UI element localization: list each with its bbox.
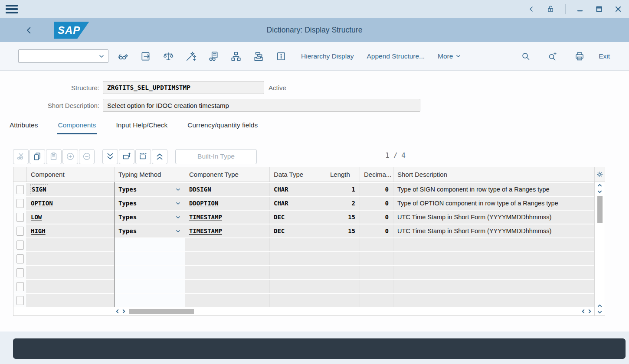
move-down-icon[interactable] [102, 149, 118, 164]
horizontal-scroll-track[interactable] [129, 309, 580, 314]
insert-line-button[interactable] [62, 149, 78, 164]
delete-line-button[interactable] [79, 149, 95, 164]
column-header-data-type[interactable]: Data Type [269, 167, 326, 182]
tab-attributes[interactable]: Attributes [9, 119, 39, 134]
table-empty-row [13, 265, 594, 279]
length-cell: 1 [326, 183, 360, 196]
move-up-icon[interactable] [152, 149, 167, 164]
component-link[interactable]: HIGH [31, 228, 46, 234]
row-select-cell [13, 252, 26, 265]
scroll-down-icon[interactable] [596, 188, 603, 195]
exit-button[interactable]: Exit [599, 52, 610, 60]
vertical-scroll-track[interactable] [597, 195, 603, 302]
component-type-cell: DDOPTION [185, 197, 269, 210]
row-checkbox[interactable] [16, 199, 24, 208]
vertical-scroll-thumb[interactable] [597, 196, 603, 223]
insert-row-button[interactable] [119, 149, 134, 164]
goto-object-icon[interactable] [138, 49, 154, 64]
component-link[interactable]: OPTION [31, 200, 53, 207]
column-header-short-description[interactable]: Short Description [393, 167, 594, 182]
component-cell: OPTION [26, 197, 114, 210]
tab-input-help-check[interactable]: Input Help/Check [115, 119, 168, 134]
runtime-object-icon[interactable] [251, 49, 266, 64]
where-used-icon[interactable] [206, 49, 221, 64]
short-description-field[interactable]: Select option for IDOC creation timestam… [103, 99, 420, 112]
append-structure-button[interactable]: Append Structure... [367, 52, 425, 60]
column-header-typing-method[interactable]: Typing Method [114, 167, 185, 182]
length-cell [326, 294, 360, 307]
scroll-up-icon[interactable] [596, 302, 603, 309]
component-link[interactable]: SIGN [31, 185, 47, 193]
search-next-icon[interactable] [545, 49, 560, 64]
component-link[interactable]: LOW [31, 214, 42, 221]
horizontal-scrollbar [13, 307, 594, 315]
print-icon[interactable] [572, 49, 587, 64]
tab-components[interactable]: Components [57, 119, 97, 134]
tab-currency-quantity-fields[interactable]: Currency/quantity fields [187, 119, 259, 134]
column-header-decimals[interactable]: Decima... [360, 167, 393, 182]
row-checkbox[interactable] [16, 227, 24, 236]
row-checkbox[interactable] [16, 240, 24, 250]
maximize-icon[interactable] [594, 4, 604, 14]
search-icon[interactable] [518, 49, 534, 64]
table-empty-row [13, 279, 594, 293]
scroll-up-icon[interactable] [596, 182, 603, 188]
scroll-down-icon[interactable] [596, 309, 603, 315]
built-in-type-button[interactable]: Built-In Type [175, 149, 257, 164]
component-type-link[interactable]: TIMESTAMP [189, 214, 222, 221]
row-checkbox[interactable] [16, 213, 24, 222]
column-header-component[interactable]: Component [26, 167, 114, 182]
check-consistency-icon[interactable] [161, 49, 176, 64]
back-icon[interactable] [527, 5, 536, 13]
short-description-cell [393, 294, 594, 307]
column-header-component-type[interactable]: Component Type [185, 167, 269, 182]
more-menu-button[interactable]: More [438, 52, 461, 60]
structure-field[interactable]: ZRGTITS_SEL_UPDTIMSTMP [103, 81, 264, 94]
table-empty-row [13, 293, 594, 307]
scroll-left-icon[interactable] [580, 308, 586, 315]
row-checkbox[interactable] [16, 268, 24, 277]
cut-button[interactable] [13, 149, 29, 164]
table-settings-gear-icon[interactable] [594, 167, 605, 182]
row-checkbox[interactable] [16, 185, 24, 194]
column-split-line[interactable] [114, 182, 115, 307]
titlebar-divider [565, 4, 566, 14]
row-checkbox[interactable] [16, 282, 24, 291]
typing-method-cell[interactable]: Types [114, 197, 185, 210]
component-type-cell: DDSIGN [185, 183, 269, 196]
typing-method-cell[interactable]: Types [114, 224, 185, 237]
component-type-cell [185, 252, 269, 265]
unlock-icon[interactable] [545, 4, 556, 14]
decimals-cell [360, 280, 393, 293]
copy-button[interactable] [29, 149, 45, 164]
short-description-cell: Type of SIGN component in row type of a … [393, 183, 594, 196]
activate-icon[interactable] [183, 49, 199, 64]
row-checkbox[interactable] [16, 254, 24, 263]
scroll-left-icon[interactable] [114, 308, 121, 315]
typing-method-cell[interactable]: Types [114, 211, 185, 224]
typing-method-cell[interactable]: Types [114, 183, 185, 196]
paste-button[interactable] [46, 149, 62, 164]
hierarchy-icon[interactable] [228, 49, 244, 64]
hierarchy-display-button[interactable]: Hierarchy Display [301, 52, 354, 60]
scroll-right-icon[interactable] [586, 308, 593, 315]
component-type-link[interactable]: TIMESTAMP [189, 228, 222, 234]
info-icon[interactable] [273, 49, 289, 64]
header-back-icon[interactable] [24, 26, 34, 35]
menu-icon[interactable] [6, 3, 18, 15]
component-type-link[interactable]: DDOPTION [189, 200, 218, 207]
select-column-header [13, 167, 26, 182]
minimize-icon[interactable] [575, 4, 585, 14]
component-type-link[interactable]: DDSIGN [189, 186, 211, 193]
row-select-cell [13, 224, 26, 237]
row-checkbox[interactable] [16, 296, 24, 305]
horizontal-scroll-thumb[interactable] [129, 309, 194, 314]
column-header-length[interactable]: Length [326, 167, 360, 182]
typing-method-cell [114, 280, 185, 293]
chevron-down-icon [455, 53, 461, 59]
scroll-right-icon[interactable] [121, 308, 127, 315]
command-combobox[interactable] [18, 49, 108, 63]
delete-row-button[interactable] [135, 149, 151, 164]
close-icon[interactable] [613, 4, 623, 14]
display-change-icon[interactable] [115, 49, 131, 64]
